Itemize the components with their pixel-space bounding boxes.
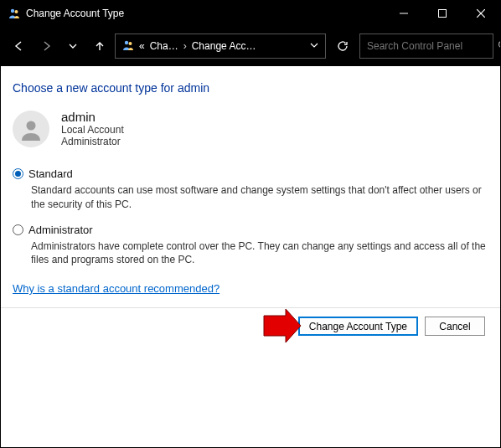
radio-administrator[interactable] bbox=[13, 224, 23, 235]
forward-button[interactable] bbox=[34, 34, 58, 58]
chevron-right-icon: › bbox=[183, 40, 187, 52]
user-account-type: Local Account bbox=[61, 124, 124, 136]
minimize-button[interactable] bbox=[385, 1, 423, 26]
navbar: « Cha… › Change Acc… bbox=[1, 26, 500, 66]
user-role: Administrator bbox=[61, 136, 124, 147]
divider bbox=[1, 307, 500, 308]
breadcrumb-prefix: « bbox=[139, 40, 145, 52]
option-standard[interactable]: Standard Standard accounts can use most … bbox=[13, 167, 488, 212]
refresh-button[interactable] bbox=[329, 33, 356, 59]
search-icon bbox=[498, 40, 501, 53]
breadcrumb-item[interactable]: Cha… bbox=[150, 40, 178, 52]
maximize-button[interactable] bbox=[423, 1, 462, 26]
search-input[interactable] bbox=[367, 40, 493, 52]
svg-marker-11 bbox=[264, 309, 301, 342]
svg-point-1 bbox=[15, 10, 18, 13]
close-button[interactable] bbox=[462, 1, 500, 26]
callout-arrow-icon bbox=[261, 307, 302, 344]
svg-point-7 bbox=[129, 42, 132, 45]
option-description: Administrators have complete control ove… bbox=[31, 239, 488, 268]
window-title: Change Account Type bbox=[26, 8, 385, 19]
user-tile: admin Local Account Administrator bbox=[13, 110, 488, 147]
cancel-button[interactable]: Cancel bbox=[425, 317, 485, 336]
button-row: Change Account Type Cancel bbox=[13, 317, 488, 336]
titlebar: Change Account Type bbox=[1, 1, 500, 26]
page-title: Choose a new account type for admin bbox=[13, 81, 488, 95]
back-button[interactable] bbox=[8, 34, 31, 58]
user-name: admin bbox=[61, 110, 124, 124]
search-box[interactable] bbox=[359, 33, 493, 59]
up-button[interactable] bbox=[88, 34, 111, 58]
change-account-type-button[interactable]: Change Account Type bbox=[298, 317, 418, 336]
user-accounts-icon bbox=[122, 39, 134, 54]
address-bar[interactable]: « Cha… › Change Acc… bbox=[115, 33, 326, 59]
svg-point-6 bbox=[125, 40, 128, 44]
option-description: Standard accounts can use most software … bbox=[31, 183, 488, 212]
help-link[interactable]: Why is a standard account recommended? bbox=[13, 282, 220, 295]
svg-rect-3 bbox=[439, 10, 447, 18]
option-label: Administrator bbox=[28, 224, 93, 236]
chevron-down-icon[interactable] bbox=[310, 40, 318, 52]
avatar bbox=[13, 111, 49, 147]
user-accounts-icon bbox=[8, 7, 21, 20]
content-area: Choose a new account type for admin admi… bbox=[1, 66, 500, 346]
svg-point-0 bbox=[11, 9, 14, 13]
option-administrator[interactable]: Administrator Administrators have comple… bbox=[13, 224, 488, 268]
radio-standard[interactable] bbox=[13, 168, 23, 179]
breadcrumb-item[interactable]: Change Acc… bbox=[192, 40, 256, 52]
recent-locations-button[interactable] bbox=[61, 34, 85, 58]
svg-point-10 bbox=[27, 121, 36, 130]
option-label: Standard bbox=[28, 167, 73, 180]
